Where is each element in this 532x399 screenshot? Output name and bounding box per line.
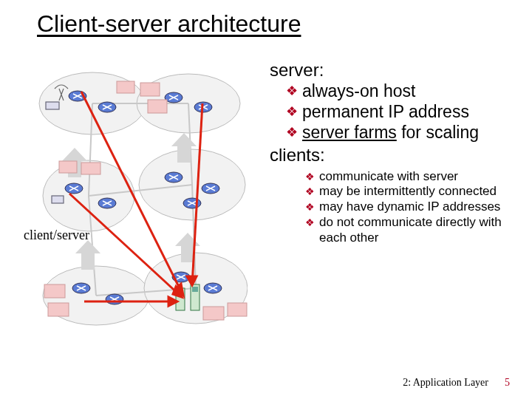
- svg-rect-29: [59, 161, 77, 173]
- clients-bullet-0: communicate with server: [319, 169, 458, 185]
- svg-rect-34: [228, 303, 247, 316]
- svg-rect-30: [81, 163, 100, 174]
- svg-rect-33: [203, 307, 224, 320]
- server-heading: server:: [270, 59, 521, 81]
- bullet-icon: ❖: [305, 169, 315, 184]
- bullet-icon: ❖: [305, 200, 315, 214]
- clients-heading: clients:: [270, 144, 521, 166]
- svg-rect-36: [52, 196, 64, 203]
- slide-footer: 2: Application Layer 5: [403, 377, 510, 389]
- server-bullet-1: permanent IP address: [302, 101, 469, 122]
- clients-bullet-1: may be intermittently connected: [319, 184, 497, 200]
- svg-rect-31: [44, 284, 65, 298]
- footer-chapter: 2: Application Layer: [403, 377, 488, 389]
- clients-bullet-3: do not communicate directly with each ot…: [319, 215, 521, 245]
- slide-title: Client-server architecture: [37, 10, 301, 38]
- svg-rect-27: [140, 83, 160, 96]
- content-body: server: ❖always-on host ❖permanent IP ad…: [270, 58, 521, 245]
- bullet-icon: ❖: [305, 184, 315, 199]
- clients-bullet-2: may have dynamic IP addresses: [319, 200, 500, 215]
- footer-page-number: 5: [505, 377, 510, 389]
- bullet-icon: ❖: [305, 215, 315, 230]
- svg-rect-40: [192, 287, 198, 292]
- svg-rect-28: [148, 100, 167, 113]
- bullet-icon: ❖: [286, 122, 298, 143]
- server-bullet-2: server farms for scaling: [302, 122, 479, 143]
- svg-rect-35: [46, 102, 59, 109]
- diagram-caption: client/server: [24, 228, 89, 243]
- bullet-icon: ❖: [286, 101, 298, 122]
- network-diagram: [37, 66, 248, 329]
- server-bullet-0: always-on host: [302, 81, 415, 101]
- clients-bullets: ❖communicate with server ❖may be intermi…: [305, 169, 521, 246]
- bullet-icon: ❖: [286, 81, 298, 101]
- svg-rect-26: [117, 81, 134, 93]
- svg-rect-32: [48, 303, 69, 316]
- server-bullets: ❖always-on host ❖permanent IP address ❖s…: [286, 81, 521, 143]
